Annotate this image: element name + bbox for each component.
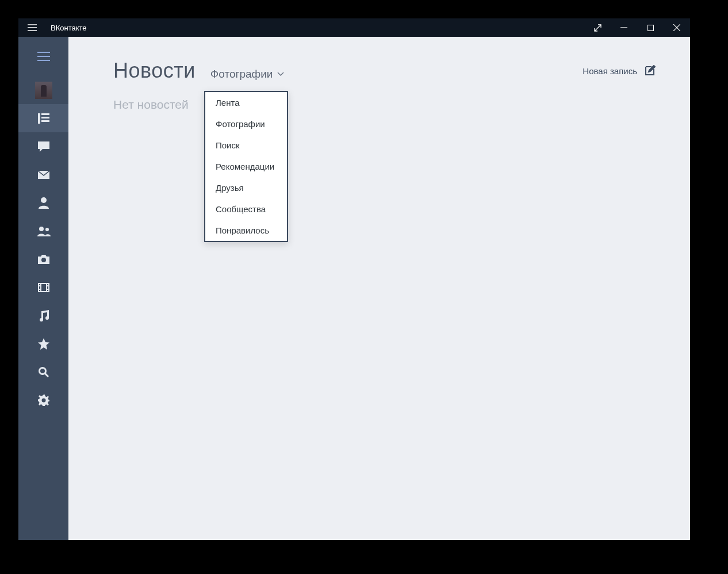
main-content: Новости Фотографии Новая запись (68, 37, 690, 540)
filter-dropdown-menu: Лента Фотографии Поиск Рекомендации Друз… (204, 91, 288, 242)
dropdown-item-feed[interactable]: Лента (205, 92, 287, 113)
news-icon (38, 113, 49, 124)
avatar (35, 82, 52, 99)
chat-icon (38, 141, 49, 152)
maximize-button[interactable] (637, 18, 664, 37)
svg-point-29 (41, 398, 45, 402)
camera-icon (38, 255, 49, 264)
svg-rect-5 (647, 25, 653, 30)
page-header: Новости Фотографии Новая запись (113, 59, 656, 83)
svg-point-18 (45, 228, 49, 231)
user-icon (39, 197, 49, 209)
new-post-button[interactable]: Новая запись (583, 65, 656, 76)
app-body: Новости Фотографии Новая запись (18, 37, 690, 540)
sidebar-news[interactable] (18, 104, 68, 132)
svg-point-16 (41, 197, 47, 203)
minimize-button[interactable] (611, 18, 637, 37)
sidebar-user[interactable] (18, 189, 68, 217)
sidebar-profile[interactable] (18, 76, 68, 104)
gear-icon (38, 395, 49, 406)
dropdown-item-liked[interactable]: Понравилось (205, 220, 287, 241)
music-icon (39, 310, 49, 322)
sidebar-videos[interactable] (18, 273, 68, 301)
chevron-down-icon (277, 72, 284, 76)
sidebar-friends[interactable] (18, 217, 68, 245)
filter-selected-label: Фотографии (210, 68, 273, 81)
svg-rect-20 (39, 284, 49, 292)
dropdown-item-search[interactable]: Поиск (205, 135, 287, 156)
sidebar (18, 37, 68, 540)
compose-icon (644, 65, 656, 76)
dropdown-item-friends[interactable]: Друзья (205, 177, 287, 198)
svg-rect-14 (41, 120, 49, 122)
page-title: Новости (113, 59, 196, 83)
filter-dropdown-trigger[interactable]: Фотографии (210, 68, 285, 81)
sidebar-messages[interactable] (18, 132, 68, 160)
sidebar-settings[interactable] (18, 386, 68, 414)
fullscreen-button[interactable] (584, 18, 611, 37)
dropdown-item-communities[interactable]: Сообщества (205, 198, 287, 220)
new-post-label: Новая запись (583, 66, 637, 76)
titlebar-menu-button[interactable] (18, 18, 46, 37)
sidebar-menu-button[interactable] (18, 37, 68, 76)
sidebar-photos[interactable] (18, 245, 68, 273)
app-window: ВКонтакте (18, 18, 690, 540)
sidebar-mail[interactable] (18, 160, 68, 189)
mail-icon (38, 171, 49, 179)
sidebar-bookmarks[interactable] (18, 330, 68, 358)
close-button[interactable] (664, 18, 690, 37)
app-title: ВКонтакте (46, 24, 87, 32)
dropdown-item-recommendations[interactable]: Рекомендации (205, 156, 287, 177)
svg-point-27 (39, 368, 45, 374)
svg-rect-12 (41, 113, 49, 115)
svg-line-28 (45, 373, 48, 377)
svg-point-17 (39, 227, 44, 231)
sidebar-music[interactable] (18, 301, 68, 330)
empty-state-text: Нет новостей (113, 98, 656, 112)
svg-point-19 (41, 258, 46, 262)
svg-rect-11 (38, 113, 40, 124)
video-icon (38, 283, 49, 292)
svg-line-3 (595, 25, 601, 31)
friends-icon (37, 226, 51, 236)
dropdown-item-photos[interactable]: Фотографии (205, 113, 287, 135)
svg-rect-13 (41, 117, 49, 118)
titlebar: ВКонтакте (18, 18, 690, 37)
star-icon (38, 338, 49, 350)
sidebar-search[interactable] (18, 358, 68, 386)
search-icon (39, 367, 49, 377)
